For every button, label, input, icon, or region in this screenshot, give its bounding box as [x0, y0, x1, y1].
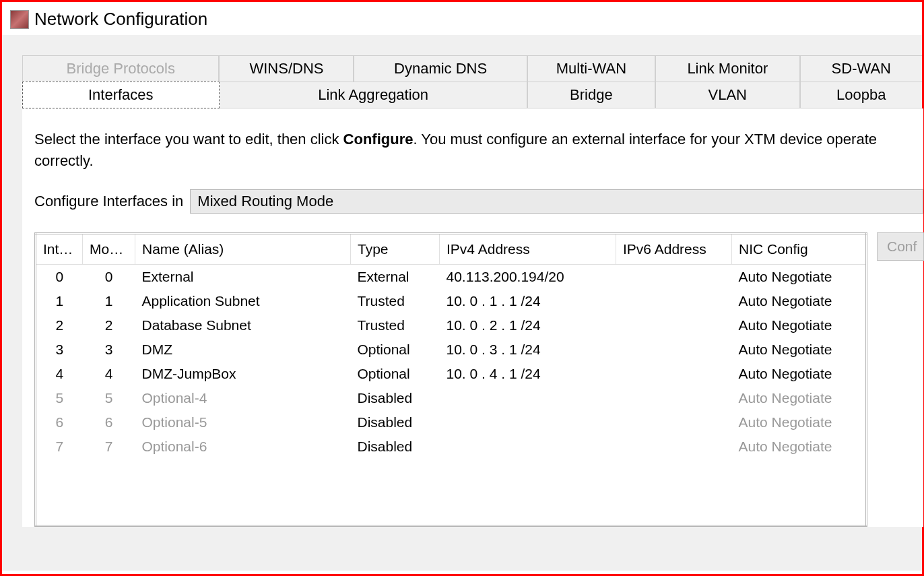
- table-cell: [440, 386, 616, 410]
- tab-dynamic-dns[interactable]: Dynamic DNS: [354, 55, 527, 82]
- table-row[interactable]: 55Optional-4DisabledAuto Negotiate: [36, 386, 867, 410]
- col-header-inter[interactable]: Inter...: [36, 233, 83, 264]
- table-cell: Optional-6: [135, 435, 351, 459]
- table-row[interactable]: 77Optional-6DisabledAuto Negotiate: [36, 435, 867, 459]
- table-cell: Auto Negotiate: [732, 313, 867, 338]
- table-cell: [616, 362, 732, 386]
- table-cell: 40.113.200.194/20: [440, 264, 616, 289]
- table-cell: DMZ-JumpBox: [135, 362, 351, 386]
- table-cell: 10. 0 . 2 . 1 /24: [440, 313, 616, 338]
- instruction-pre: Select the interface you want to edit, t…: [34, 131, 343, 148]
- table-cell: 6: [83, 410, 135, 435]
- table-row[interactable]: 00ExternalExternal40.113.200.194/20Auto …: [36, 264, 867, 289]
- table-cell: 10. 0 . 1 . 1 /24: [440, 289, 616, 313]
- table-cell: Auto Negotiate: [732, 338, 867, 362]
- table-cell: Trusted: [351, 313, 440, 338]
- table-cell: 10. 0 . 3 . 1 /24: [440, 338, 616, 362]
- tab-wins-dns[interactable]: WINS/DNS: [219, 55, 354, 82]
- table-cell: 7: [36, 435, 83, 459]
- table-cell: Auto Negotiate: [732, 410, 867, 435]
- tab-bridge-protocols[interactable]: Bridge Protocols: [22, 55, 219, 82]
- table-cell: [616, 264, 732, 289]
- table-cell: Disabled: [351, 410, 440, 435]
- interfaces-panel: Select the interface you want to edit, t…: [22, 108, 923, 527]
- title-bar: Network Configuration: [2, 2, 922, 35]
- configure-button[interactable]: Conf: [877, 232, 924, 261]
- table-cell: [440, 410, 616, 435]
- instruction-bold: Configure: [343, 131, 414, 148]
- tab-interfaces[interactable]: Interfaces: [22, 82, 220, 108]
- table-cell: Optional-4: [135, 386, 351, 410]
- table-cell: 10. 0 . 4 . 1 /24: [440, 362, 616, 386]
- table-cell: 1: [83, 289, 135, 313]
- table-row[interactable]: 66Optional-5DisabledAuto Negotiate: [36, 410, 867, 435]
- table-cell: Optional: [351, 362, 440, 386]
- tab-sd-wan[interactable]: SD-WAN: [800, 55, 922, 82]
- window-frame: Network Configuration Bridge Protocols W…: [0, 0, 924, 576]
- table-cell: Optional-5: [135, 410, 351, 435]
- table-cell: 0: [83, 264, 135, 289]
- table-cell: Application Subnet: [135, 289, 351, 313]
- tab-link-monitor[interactable]: Link Monitor: [655, 55, 800, 82]
- routing-mode-select[interactable]: Mixed Routing Mode: [190, 189, 923, 214]
- col-header-name[interactable]: Name (Alias): [135, 233, 351, 264]
- table-cell: 5: [36, 386, 83, 410]
- table-cell: 2: [36, 313, 83, 338]
- table-cell: External: [351, 264, 440, 289]
- table-cell: Auto Negotiate: [732, 386, 867, 410]
- col-header-type[interactable]: Type: [351, 233, 440, 264]
- tab-bridge[interactable]: Bridge: [527, 82, 655, 108]
- table-cell: External: [135, 264, 351, 289]
- table-header-row: Inter... Mod... Name (Alias) Type IPv4 A…: [36, 233, 867, 264]
- table-cell: [616, 410, 732, 435]
- tab-loopback[interactable]: Loopba: [800, 82, 922, 108]
- table-cell: 6: [36, 410, 83, 435]
- table-cell: Auto Negotiate: [732, 289, 867, 313]
- table-row[interactable]: 33DMZOptional10. 0 . 3 . 1 /24Auto Negot…: [36, 338, 867, 362]
- table-cell: DMZ: [135, 338, 351, 362]
- table-cell: Disabled: [351, 386, 440, 410]
- tab-multi-wan[interactable]: Multi-WAN: [527, 55, 655, 82]
- tab-vlan[interactable]: VLAN: [655, 82, 800, 108]
- tab-link-aggregation[interactable]: Link Aggregation: [220, 82, 527, 108]
- table-cell: 4: [83, 362, 135, 386]
- col-header-mod[interactable]: Mod...: [83, 233, 135, 264]
- col-header-ipv6[interactable]: IPv6 Address: [616, 233, 732, 264]
- table-cell: 3: [83, 338, 135, 362]
- table-cell: 1: [36, 289, 83, 313]
- table-cell: 4: [36, 362, 83, 386]
- table-cell: 7: [83, 435, 135, 459]
- table-cell: Database Subnet: [135, 313, 351, 338]
- table-cell: Optional: [351, 338, 440, 362]
- table-cell: Auto Negotiate: [732, 435, 867, 459]
- configure-mode-label: Configure Interfaces in: [34, 193, 183, 210]
- table-cell: 2: [83, 313, 135, 338]
- table-cell: Trusted: [351, 289, 440, 313]
- client-area: Bridge Protocols WINS/DNS Dynamic DNS Mu…: [2, 35, 922, 571]
- tab-strip: Bridge Protocols WINS/DNS Dynamic DNS Mu…: [22, 55, 922, 108]
- table-cell: [616, 435, 732, 459]
- instruction-text: Select the interface you want to edit, t…: [34, 129, 923, 172]
- col-header-nic[interactable]: NIC Config: [732, 233, 867, 264]
- window-title: Network Configuration: [34, 9, 207, 30]
- table-cell: [616, 289, 732, 313]
- col-header-ipv4[interactable]: IPv4 Address: [440, 233, 616, 264]
- table-cell: 0: [36, 264, 83, 289]
- table-cell: [616, 313, 732, 338]
- table-row[interactable]: 44DMZ-JumpBoxOptional10. 0 . 4 . 1 /24Au…: [36, 362, 867, 386]
- interfaces-table[interactable]: Inter... Mod... Name (Alias) Type IPv4 A…: [34, 232, 867, 527]
- routing-mode-value: Mixed Routing Mode: [197, 193, 333, 210]
- table-cell: 3: [36, 338, 83, 362]
- table-cell: [616, 338, 732, 362]
- table-cell: 5: [83, 386, 135, 410]
- app-icon: [10, 10, 29, 29]
- table-cell: [616, 386, 732, 410]
- table-cell: [440, 435, 616, 459]
- table-row[interactable]: 22Database SubnetTrusted10. 0 . 2 . 1 /2…: [36, 313, 867, 338]
- table-row[interactable]: 11Application SubnetTrusted10. 0 . 1 . 1…: [36, 289, 867, 313]
- table-cell: Auto Negotiate: [732, 264, 867, 289]
- table-cell: Auto Negotiate: [732, 362, 867, 386]
- table-cell: Disabled: [351, 435, 440, 459]
